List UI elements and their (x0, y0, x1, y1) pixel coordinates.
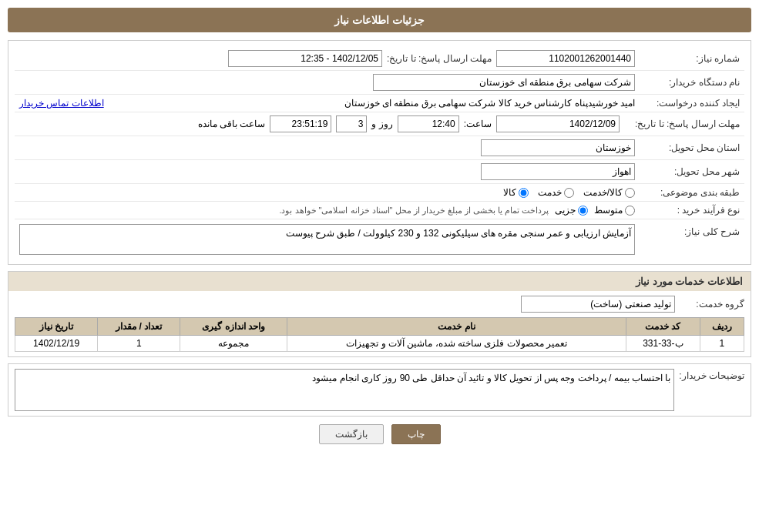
group-input[interactable] (521, 296, 675, 313)
buyer-org-row: نام دستگاه خریدار: (15, 71, 744, 95)
col-header-rownum: ردیف (700, 318, 744, 336)
buyer-notes-section: توضیحات خریدار: با احتساب بیمه / پرداخت … (8, 363, 751, 417)
cell-code: ب-33-331 (626, 336, 700, 352)
category-label-kala-khedmat: کالا/خدمت (583, 187, 623, 198)
contact-link[interactable]: اطلاعات تماس خریدار (19, 98, 104, 109)
buttons-row: چاپ بازگشت (8, 424, 751, 444)
description-label: شرح کلی نیاز: (640, 224, 740, 237)
purchase-type-label: نوع فرآیند خرید : (640, 205, 740, 216)
back-button[interactable]: بازگشت (319, 424, 384, 444)
city-row: شهر محل تحویل: (15, 160, 744, 184)
purchase-radio-motavasset[interactable] (625, 206, 635, 216)
province-row: استان محل تحویل: (15, 136, 744, 160)
category-option-kala[interactable]: کالا (503, 187, 529, 198)
cell-name: تعمیر محصولات فلزی ساخته شده، ماشین آلات… (287, 336, 626, 352)
col-header-code: کد خدمت (626, 318, 700, 336)
category-label-kala: کالا (503, 187, 516, 198)
services-title: اطلاعات خدمات مورد نیاز (8, 272, 751, 291)
table-header-row: ردیف کد خدمت نام خدمت واحد اندازه گیری ت… (15, 318, 744, 336)
purchase-option-jozei[interactable]: جزیی (555, 205, 588, 216)
description-textarea[interactable]: آزمایش ارزیابی و عمر سنجی مقره های سیلیک… (19, 224, 635, 255)
category-radio-kala[interactable] (519, 188, 529, 198)
days-input[interactable] (336, 115, 367, 132)
city-label: شهر محل تحویل: (640, 166, 740, 177)
purchase-type-row: نوع فرآیند خرید : متوسط جزیی پرداخت تمام… (15, 202, 744, 219)
col-header-qty: تعداد / مقدار (98, 318, 180, 336)
buyer-notes-row: توضیحات خریدار: با احتساب بیمه / پرداخت … (8, 364, 751, 416)
province-input[interactable] (481, 139, 635, 156)
creator-row: ایجاد کننده درخواست: امید خورشیدپناه کار… (15, 95, 744, 112)
date-label: مهلت ارسال پاسخ: تا تاریخ: (387, 53, 492, 64)
cell-unit: مجموعه (180, 336, 287, 352)
page-container: جزئیات اطلاعات نیاز شماره نیاز: مهلت ارس… (0, 0, 759, 532)
buyer-org-input[interactable] (373, 74, 635, 91)
remaining-time-input[interactable] (270, 115, 331, 132)
remaining-label: ساعت باقی مانده (198, 119, 266, 129)
buyer-org-label: نام دستگاه خریدار: (640, 77, 740, 88)
cell-rownum: 1 (700, 336, 744, 352)
col-header-date: تاریخ نیاز (15, 318, 98, 336)
city-input[interactable] (481, 163, 635, 180)
purchase-option-motavasset[interactable]: متوسط (594, 205, 635, 216)
group-label: گروه خدمت: (683, 299, 744, 309)
deadline-label: مهلت ارسال پاسخ: تا تاریخ: (624, 119, 740, 129)
purchase-note: پرداخت تمام یا بخشی از مبلغ خریدار از مح… (279, 206, 549, 216)
deadline-time-input[interactable] (398, 115, 459, 132)
creator-value: امید خورشیدپناه کارشناس خرید کالا شرکت س… (109, 98, 635, 109)
category-radio-group: کالا/خدمت خدمت کالا (503, 187, 635, 198)
print-button[interactable]: چاپ (391, 424, 441, 444)
category-option-kala-khedmat[interactable]: کالا/خدمت (583, 187, 635, 198)
purchase-radio-group: متوسط جزیی پرداخت تمام یا بخشی از مبلغ خ… (279, 205, 635, 216)
description-row: شرح کلی نیاز: آزمایش ارزیابی و عمر سنجی … (15, 219, 744, 258)
category-radio-khedmat[interactable] (564, 188, 574, 198)
days-label: روز و (371, 119, 392, 129)
services-section: اطلاعات خدمات مورد نیاز گروه خدمت: ردیف … (8, 271, 751, 357)
category-label: طبقه بندی موضوعی: (640, 187, 740, 198)
purchase-label-jozei: جزیی (555, 205, 576, 216)
purchase-label-motavasset: متوسط (594, 205, 623, 216)
announce-date-input[interactable] (228, 50, 382, 67)
buyer-notes-textarea[interactable]: با احتساب بیمه / پرداخت وجه پس از تحویل … (15, 369, 674, 411)
deadline-date-input[interactable] (496, 115, 620, 132)
cell-date: 1402/12/19 (15, 336, 98, 352)
category-label-khedmat: خدمت (538, 187, 562, 198)
order-number-inputs: مهلت ارسال پاسخ: تا تاریخ: (19, 50, 635, 67)
group-row: گروه خدمت: (15, 296, 744, 313)
deadline-inputs: ساعت: روز و ساعت باقی مانده (19, 115, 620, 132)
category-option-khedmat[interactable]: خدمت (538, 187, 574, 198)
creator-label: ایجاد کننده درخواست: (640, 98, 740, 109)
buyer-notes-label: توضیحات خریدار: (679, 369, 744, 381)
table-row: 1 ب-33-331 تعمیر محصولات فلزی ساخته شده،… (15, 336, 744, 352)
page-title: جزئیات اطلاعات نیاز (8, 8, 751, 32)
purchase-radio-jozei[interactable] (578, 206, 588, 216)
services-content: گروه خدمت: ردیف کد خدمت نام خدمت واحد ان… (8, 291, 751, 356)
time-label: ساعت: (464, 119, 492, 129)
order-number-row: شماره نیاز: مهلت ارسال پاسخ: تا تاریخ: (15, 47, 744, 71)
cell-qty: 1 (98, 336, 180, 352)
order-number-input[interactable] (496, 50, 635, 67)
main-info-section: شماره نیاز: مهلت ارسال پاسخ: تا تاریخ: ن… (8, 40, 751, 265)
order-number-label: شماره نیاز: (640, 53, 740, 64)
col-header-unit: واحد اندازه گیری (180, 318, 287, 336)
col-header-name: نام خدمت (287, 318, 626, 336)
category-row: طبقه بندی موضوعی: کالا/خدمت خدمت کالا (15, 184, 744, 202)
services-table: ردیف کد خدمت نام خدمت واحد اندازه گیری ت… (15, 317, 744, 352)
category-radio-kala-khedmat[interactable] (625, 188, 635, 198)
deadline-row: مهلت ارسال پاسخ: تا تاریخ: ساعت: روز و س… (15, 112, 744, 136)
province-label: استان محل تحویل: (640, 142, 740, 153)
